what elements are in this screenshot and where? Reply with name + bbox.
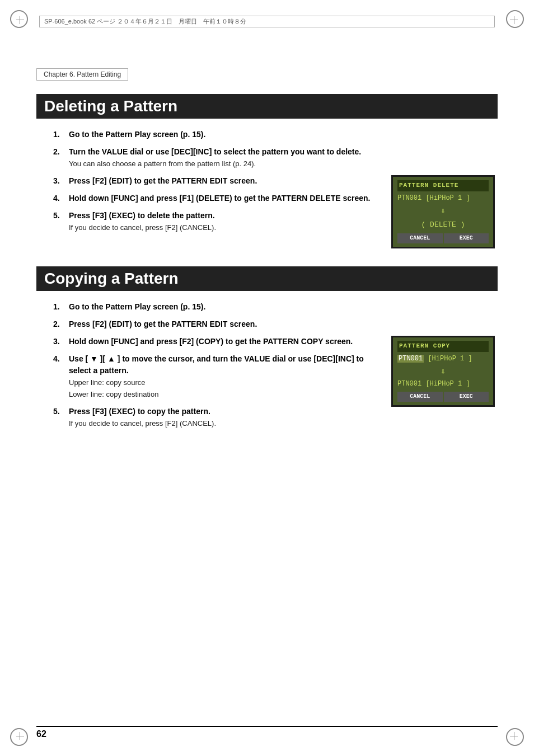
step-number: 1. <box>53 129 67 140</box>
lcd-copy-container: PATTERN COPY PTN001 [HiPHoP 1 ] ⇩ PTN001… <box>391 336 498 407</box>
copy-step-1: 1. Go to the Pattern Play screen (p. 15)… <box>53 301 498 313</box>
delete-step-3: 3. Press [F2] (EDIT) to get the PATTERN … <box>53 175 382 187</box>
step-text: Press [F2] (EDIT) to get the PATTERN EDI… <box>69 318 498 330</box>
lcd-delete-label: ( DELETE ) <box>397 219 489 231</box>
copy-step-4: 4. Use [ ▼ ][ ▲ ] to move the cursor, an… <box>53 353 382 400</box>
step-bold-text: Press [F3] (EXEC) to copy the pattern. <box>69 407 210 416</box>
delete-steps-3-5-layout: 3. Press [F2] (EDIT) to get the PATTERN … <box>36 175 498 248</box>
step-number: 3. <box>53 336 67 348</box>
lcd-copy-row2: PTN001 [HiPHoP 1 ] <box>397 379 489 389</box>
corner-mark-tr <box>502 10 524 32</box>
step-number: 2. <box>53 318 67 330</box>
step-number: 4. <box>53 353 67 365</box>
lcd-copy-cancel-btn: CANCEL <box>397 392 443 402</box>
lcd-copy-button-row: CANCEL EXEC <box>397 392 489 402</box>
step-number: 3. <box>53 175 67 187</box>
copy-steps-3-5: 3. Hold down [FUNC] and press [F2] (COPY… <box>53 336 382 429</box>
lcd-button-row: CANCEL EXEC <box>397 233 489 243</box>
delete-step-4: 4. Hold down [FUNC] and press [F1] (DELE… <box>53 192 382 204</box>
lcd-copy-arrow: ⇩ <box>397 365 489 378</box>
step-text: Go to the Pattern Play screen (p. 15). <box>69 129 498 140</box>
lcd-row1: PTN001 [HiPHoP 1 ] <box>397 193 489 204</box>
delete-step-2: 2. Turn the VALUE dial or use [DEC][INC]… <box>53 146 498 170</box>
step-text: Press [F3] (EXEC) to copy the pattern. I… <box>69 406 382 429</box>
step-text: Hold down [FUNC] and press [F1] (DELETE)… <box>69 192 382 204</box>
step-bold-text: Press [F2] (EDIT) to get the PATTERN EDI… <box>69 176 257 185</box>
copy-steps-3-5-layout: 3. Hold down [FUNC] and press [F2] (COPY… <box>36 336 498 435</box>
step-number: 2. <box>53 146 67 158</box>
step-bold-text: Use [ ▼ ][ ▲ ] to move the cursor, and t… <box>69 354 364 375</box>
delete-step-1: 1. Go to the Pattern Play screen (p. 15)… <box>53 129 498 140</box>
step-number: 1. <box>53 301 67 313</box>
page: SP-606_e.book 62 ページ ２０４年６月２１日 月曜日 午前１０時… <box>0 0 534 756</box>
copy-steps-left: 3. Hold down [FUNC] and press [F2] (COPY… <box>36 336 382 435</box>
lcd-exec-btn: EXEC <box>444 233 489 243</box>
step-number: 5. <box>53 406 67 417</box>
copy-section: Copying a Pattern 1. Go to the Pattern P… <box>36 266 498 435</box>
lcd-delete-container: PATTERN DELETE PTN001 [HiPHoP 1 ] ⇩ ( DE… <box>391 175 498 248</box>
corner-mark-br <box>502 724 524 746</box>
step-sub-text: If you decide to cancel, press [F2] (CAN… <box>69 223 216 232</box>
lcd-copy-exec-btn: EXEC <box>444 392 489 402</box>
lcd-copy-screen: PATTERN COPY PTN001 [HiPHoP 1 ] ⇩ PTN001… <box>391 336 495 407</box>
lcd-highlight: PTN001 <box>397 355 424 363</box>
copy-step-5: 5. Press [F3] (EXEC) to copy the pattern… <box>53 406 382 429</box>
copy-step-2: 2. Press [F2] (EDIT) to get the PATTERN … <box>53 318 498 330</box>
lcd-row1-rest: [HiPHoP 1 ] <box>424 355 472 363</box>
step-number: 5. <box>53 210 67 222</box>
step-text: Press [F3] (EXEC) to delete the pattern.… <box>69 210 382 233</box>
chapter-breadcrumb: Chapter 6. Pattern Editing <box>36 68 128 81</box>
step-text: Use [ ▼ ][ ▲ ] to move the cursor, and t… <box>69 353 382 400</box>
step-number: 4. <box>53 192 67 204</box>
step-sub-text: You can also choose a pattern from the p… <box>69 159 256 168</box>
corner-mark-tl <box>10 10 32 32</box>
top-meta: SP-606_e.book 62 ページ ２０４年６月２１日 月曜日 午前１０時… <box>39 16 495 27</box>
page-number: 62 <box>36 729 46 739</box>
step-text: Press [F2] (EDIT) to get the PATTERN EDI… <box>69 175 382 187</box>
corner-mark-bl <box>10 724 32 746</box>
copy-steps-1-2: 1. Go to the Pattern Play screen (p. 15)… <box>53 301 498 330</box>
bottom-line <box>36 726 498 727</box>
step-bold-text: Press [F3] (EXEC) to delete the pattern. <box>69 211 215 220</box>
delete-steps-left: 3. Press [F2] (EDIT) to get the PATTERN … <box>36 175 382 239</box>
step-sub-text: Upper line: copy sourceLower line: copy … <box>69 378 158 398</box>
step-bold-text: Hold down [FUNC] and press [F2] (COPY) t… <box>69 337 353 346</box>
copy-section-title: Copying a Pattern <box>36 266 498 291</box>
step-bold-text: Turn the VALUE dial or use [DEC][INC] to… <box>69 147 361 156</box>
step-text: Hold down [FUNC] and press [F2] (COPY) t… <box>69 336 382 348</box>
lcd-copy-row1: PTN001 [HiPHoP 1 ] <box>397 354 489 364</box>
content-area: Deleting a Pattern 1. Go to the Pattern … <box>36 94 498 711</box>
lcd-title: PATTERN DELETE <box>397 180 489 191</box>
delete-step-5: 5. Press [F3] (EXEC) to delete the patte… <box>53 210 382 233</box>
delete-section-title: Deleting a Pattern <box>36 94 498 119</box>
step-sub-text: If you decide to cancel, press [F2] (CAN… <box>69 419 216 428</box>
lcd-arrow: ⇩ <box>397 205 489 217</box>
delete-section: Deleting a Pattern 1. Go to the Pattern … <box>36 94 498 248</box>
copy-step-3: 3. Hold down [FUNC] and press [F2] (COPY… <box>53 336 382 348</box>
step-text: Turn the VALUE dial or use [DEC][INC] to… <box>69 146 498 170</box>
delete-steps-3-5: 3. Press [F2] (EDIT) to get the PATTERN … <box>53 175 382 233</box>
step-bold-text: Go to the Pattern Play screen (p. 15). <box>69 130 205 139</box>
lcd-cancel-btn: CANCEL <box>397 233 443 243</box>
lcd-copy-title: PATTERN COPY <box>397 341 489 352</box>
step-bold-text: Press [F2] (EDIT) to get the PATTERN EDI… <box>69 320 257 328</box>
lcd-delete-screen: PATTERN DELETE PTN001 [HiPHoP 1 ] ⇩ ( DE… <box>391 175 495 248</box>
step-bold-text: Go to the Pattern Play screen (p. 15). <box>69 302 205 311</box>
delete-steps-1-2: 1. Go to the Pattern Play screen (p. 15)… <box>53 129 498 170</box>
step-bold-text: Hold down [FUNC] and press [F1] (DELETE)… <box>69 194 371 203</box>
step-text: Go to the Pattern Play screen (p. 15). <box>69 301 498 313</box>
